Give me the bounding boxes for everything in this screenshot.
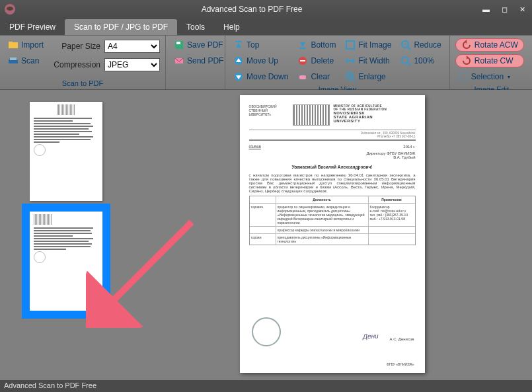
menubar: PDF Preview Scan to PDF / JPG to PDF Too… — [0, 19, 532, 36]
selection-button[interactable]: Selection▾ — [455, 70, 524, 83]
clear-button[interactable]: Clear — [295, 70, 338, 83]
signature: Дени — [363, 332, 379, 340]
rotate-cw-icon — [461, 56, 472, 66]
menu-tools[interactable]: Tools — [177, 19, 214, 35]
eraser-icon — [297, 71, 308, 82]
svg-rect-14 — [300, 60, 305, 61]
workspace: ОВОСИБИРСКИЙ СТВЕННЫЙ ЫВЕРСИТЕТ» MINISTR… — [0, 90, 532, 380]
pct100-button[interactable]: 100% — [398, 54, 443, 67]
selection-icon — [458, 71, 469, 82]
svg-rect-7 — [176, 42, 180, 44]
svg-rect-12 — [299, 48, 306, 49]
svg-rect-16 — [346, 41, 354, 49]
rotate-acw-icon — [461, 40, 472, 50]
delete-icon — [297, 56, 308, 66]
thumbnail-2[interactable] — [30, 212, 102, 311]
svg-rect-9 — [235, 41, 242, 42]
close-button[interactable]: ✕ — [519, 5, 525, 14]
statusbar: Advanced Scan to PDF Free — [0, 380, 532, 392]
zoom-in-icon — [345, 71, 356, 82]
tab-scan-to-pdf[interactable]: Scan to PDF / JPG to PDF — [65, 19, 177, 35]
preview-panel: ОВОСИБИРСКИЙ СТВЕННЫЙ ЫВЕРСИТЕТ» MINISTR… — [132, 90, 532, 380]
rotate-acw-button[interactable]: Rotate ACW — [455, 38, 524, 52]
svg-point-19 — [402, 57, 408, 63]
paper-size-select[interactable]: A4 — [104, 40, 160, 53]
thumbnail-panel — [0, 90, 132, 380]
compression-select[interactable]: JPEG — [104, 58, 160, 71]
fit-width-button[interactable]: Fit Width — [342, 54, 394, 67]
zoom-out-icon — [400, 40, 411, 50]
send-icon — [174, 56, 184, 66]
scan-button[interactable]: Scan — [5, 54, 46, 67]
move-up-button[interactable]: Move Up — [231, 54, 291, 67]
delete-button[interactable]: Delete — [295, 54, 338, 67]
save-pdf-button[interactable]: Save PDF — [171, 38, 226, 52]
bottom-button[interactable]: Bottom — [295, 38, 338, 52]
titlebar: Advanced Scan to PDF Free ▬ ◻ ✕ — [0, 0, 532, 19]
up-icon — [233, 56, 244, 66]
folder-icon — [8, 40, 19, 50]
status-text: Advanced Scan to PDF Free — [4, 381, 96, 389]
app-icon — [4, 3, 16, 15]
chevron-down-icon: ▾ — [508, 74, 510, 80]
document-page[interactable]: ОВОСИБИРСКИЙ СТВЕННЫЙ ЫВЕРСИТЕТ» MINISTR… — [240, 95, 425, 373]
window-title: Advanced Scan to PDF Free — [21, 5, 482, 14]
scanner-icon — [8, 56, 19, 66]
tab-pdf-preview[interactable]: PDF Preview — [0, 19, 65, 35]
svg-rect-3 — [9, 42, 13, 44]
fit-image-icon — [345, 40, 356, 50]
move-down-button[interactable]: Move Down — [231, 70, 291, 83]
maximize-button[interactable]: ◻ — [502, 5, 508, 14]
minimize-button[interactable]: ▬ — [482, 5, 490, 14]
svg-rect-5 — [10, 58, 17, 60]
menu-help[interactable]: Help — [214, 19, 249, 35]
seal-icon — [252, 317, 281, 346]
svg-point-1 — [7, 7, 13, 11]
zoom-100-icon — [400, 56, 411, 66]
reduce-button[interactable]: Reduce — [398, 38, 443, 52]
svg-rect-20 — [459, 73, 467, 81]
enlarge-button[interactable]: Enlarge — [342, 70, 394, 83]
thumbnail-1[interactable] — [30, 102, 102, 201]
top-icon — [233, 40, 244, 50]
svg-rect-15 — [299, 75, 306, 79]
import-button[interactable]: Import — [5, 38, 46, 52]
group-label-scan: Scan to PDF — [4, 79, 161, 88]
ribbon: Import Scan Paper Size A4 Compression JP… — [0, 36, 532, 90]
save-icon — [174, 40, 184, 50]
down-icon — [233, 71, 244, 82]
fit-width-icon — [345, 56, 356, 66]
fit-image-button[interactable]: Fit Image — [342, 38, 394, 52]
bottom-icon — [297, 40, 308, 50]
building-logo-icon — [293, 104, 330, 126]
rotate-cw-button[interactable]: Rotate CW — [455, 54, 524, 67]
top-button[interactable]: Top — [231, 38, 291, 52]
paper-size-label: Paper Size — [50, 42, 100, 51]
compression-label: Compression — [50, 60, 100, 69]
send-pdf-button[interactable]: Send PDF — [171, 54, 226, 67]
